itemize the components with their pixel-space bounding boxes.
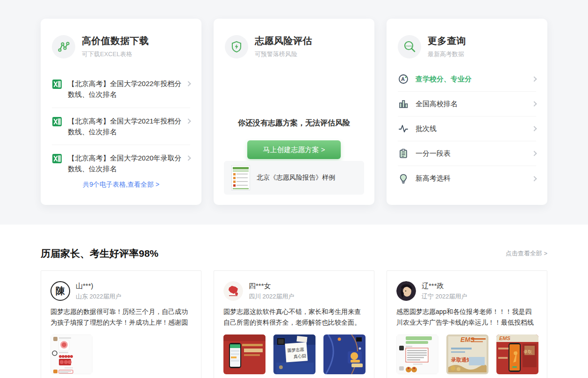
excel-file-icon <box>52 79 62 89</box>
menu-item-school-scores[interactable]: A 查学校分、专业分 <box>398 67 536 92</box>
review-text: 圆梦志愿这款软件真心不错，家长和考生用来查自己所需的资料很齐全，老师解答也比较全… <box>223 306 365 328</box>
chevron-right-icon <box>531 126 537 131</box>
more-title: 更多查询 <box>428 35 466 47</box>
review-photo[interactable] <box>50 334 93 374</box>
reviewer-name: 四***女 <box>249 282 294 291</box>
download-item-label: 【北京高考】全国大学2021年投档分数线、位次排名 <box>68 116 184 138</box>
card-data-downloads: 高价值数据下载 可下载EXCEL表格 【北京高考】全国大学2022年投档分数线、… <box>41 19 201 205</box>
menu-item-rank-table[interactable]: 一分一段表 <box>398 141 536 166</box>
menu-item-label: 新高考选科 <box>416 174 532 183</box>
menu-item-label: 批次线 <box>416 124 532 133</box>
menu-item-label: 全国高校排名 <box>416 100 532 109</box>
more-subtitle: 最新高考数据 <box>428 50 466 58</box>
chevron-right-icon <box>186 118 191 124</box>
clipboard-icon <box>398 148 409 159</box>
chevron-right-icon <box>531 176 537 181</box>
download-item-2020[interactable]: 【北京高考】全国大学2020年录取分数线、位次排名 <box>52 145 190 182</box>
risk-empty-text: 你还没有志愿方案，无法评估风险 <box>225 118 363 128</box>
downloads-title: 高价值数据下载 <box>82 35 149 47</box>
score-badge-icon: A <box>398 74 409 84</box>
menu-item-university-ranking[interactable]: 全国高校排名 <box>398 92 536 116</box>
download-item-label: 【北京高考】全国大学2022年投档分数线、位次排名 <box>68 78 184 100</box>
reviewer-meta: 山东 2022届用户 <box>76 292 122 301</box>
reviews-heading: 历届家长、考生好评率98% <box>41 247 158 260</box>
report-thumbnail <box>231 165 250 190</box>
download-item-2021[interactable]: 【北京高考】全国大学2021年投档分数线、位次排名 <box>52 108 190 145</box>
risk-report-sample[interactable]: 北京《志愿风险报告》样例 <box>224 161 364 195</box>
svg-text:more: more <box>406 44 412 47</box>
review-photo[interactable]: EMS 录取通知书 <box>446 334 488 374</box>
review-text: 圆梦志愿的数据很可靠！历经三个月，自己成功为孩子填报了理想的大学！并成功上岸！感… <box>50 306 192 328</box>
menu-item-label: 查学校分、专业分 <box>416 75 532 84</box>
risk-title: 志愿风险评估 <box>255 35 312 47</box>
more-queries-list: A 查学校分、专业分 全国高校排名 <box>398 67 536 191</box>
bar-chart-icon <box>398 99 409 109</box>
review-photo[interactable]: 圆梦志愿 真心囧 <box>273 334 316 374</box>
reviewer-meta: 四川 2022届用户 <box>249 292 294 301</box>
menu-item-subject-selection[interactable]: 新高考选科 <box>398 166 536 191</box>
avatar <box>223 281 243 301</box>
create-plan-button[interactable]: 马上创建志愿方案 > <box>247 140 341 159</box>
shield-bolt-icon <box>225 35 248 58</box>
sample-report-label: 北京《志愿风险报告》样例 <box>257 174 335 182</box>
reviews-section: 历届家长、考生好评率98% 点击查看全部 > 陳 山***) 山东 2022届用… <box>0 225 588 378</box>
reviewer-name: 辽***政 <box>422 282 467 291</box>
avatar: 陳 <box>50 281 70 301</box>
lightbulb-icon <box>398 174 409 184</box>
chevron-right-icon <box>186 155 191 160</box>
avatar <box>396 281 416 301</box>
chevron-right-icon <box>531 76 537 81</box>
pulse-line-icon <box>398 124 409 134</box>
chevron-right-icon <box>186 81 191 86</box>
downloads-subtitle: 可下载EXCEL表格 <box>82 50 149 58</box>
excel-file-icon <box>52 116 62 127</box>
search-more-icon: more <box>398 35 421 58</box>
review-card-shandong: 陳 山***) 山东 2022届用户 圆梦志愿的数据很可靠！历经三个月，自己成功… <box>41 270 201 378</box>
downloads-view-all-link[interactable]: 共9个电子表格,查看全部 > <box>41 181 201 189</box>
reviewer-name: 山***) <box>76 282 122 291</box>
chevron-right-icon <box>531 151 537 156</box>
review-text: 感恩圆梦志愿app和各位报考老师！！！我是四川农业大学广告学卡线的幸运儿！！最低… <box>396 306 538 328</box>
menu-item-batch-lines[interactable]: 批次线 <box>398 116 536 141</box>
svg-text:真心囧: 真心囧 <box>294 354 307 359</box>
svg-text:EMS: EMS <box>499 335 511 341</box>
chevron-right-icon <box>531 101 537 106</box>
excel-file-icon <box>52 153 62 164</box>
review-card-sichuan: 四***女 四川 2022届用户 圆梦志愿这款软件真心不错，家长和考生用来查自己… <box>214 270 374 378</box>
reviewer-meta: 辽宁 2022届用户 <box>422 292 467 301</box>
reviews-view-all-link[interactable]: 点击查看全部 > <box>506 249 547 258</box>
card-risk-assessment: 志愿风险评估 可预警落榜风险 你还没有志愿方案，无法评估风险 马上创建志愿方案 … <box>214 19 374 205</box>
downloads-list: 【北京高考】全国大学2022年投档分数线、位次排名 【北京高考】全国大学2021… <box>52 71 190 182</box>
review-photo[interactable] <box>223 334 265 374</box>
review-photo[interactable] <box>396 334 438 374</box>
top-feature-section: 高价值数据下载 可下载EXCEL表格 【北京高考】全国大学2022年投档分数线、… <box>0 0 588 225</box>
menu-item-label: 一分一段表 <box>416 149 532 158</box>
risk-subtitle: 可预警落榜风险 <box>255 50 312 58</box>
review-photo[interactable]: EMS 录取 <box>496 334 538 374</box>
download-item-label: 【北京高考】全国大学2020年录取分数线、位次排名 <box>68 153 184 174</box>
share-nodes-icon <box>52 35 75 58</box>
download-item-2022[interactable]: 【北京高考】全国大学2022年投档分数线、位次排名 <box>52 71 190 108</box>
review-card-liaoning: 辽***政 辽宁 2022届用户 感恩圆梦志愿app和各位报考老师！！！我是四川… <box>387 270 547 378</box>
svg-text:录取: 录取 <box>523 349 532 354</box>
svg-text:A: A <box>401 76 405 82</box>
review-photo[interactable] <box>323 334 366 374</box>
card-more-queries: more 更多查询 最新高考数据 A <box>387 19 547 205</box>
